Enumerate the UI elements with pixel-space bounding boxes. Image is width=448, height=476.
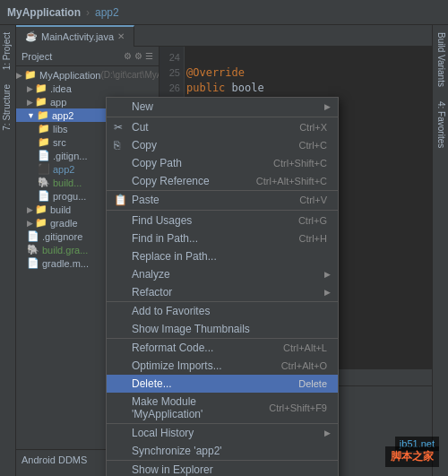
code-line-24 [186, 50, 432, 65]
menu-paste-shortcut: Ctrl+V [299, 195, 327, 205]
menu-reformat-label: Reformat Code... [132, 342, 265, 354]
paste-icon: 📋 [114, 194, 127, 206]
menu-copy-path[interactable]: Copy Path Ctrl+Shift+C [107, 154, 338, 172]
settings-icon[interactable]: ☰ [145, 51, 153, 61]
menu-copy-shortcut: Ctrl+C [299, 140, 327, 151]
java-icon: ☕ [25, 30, 38, 42]
menu-show-explorer[interactable]: Show in Explorer [107, 461, 338, 476]
panel-title: Project [22, 51, 52, 62]
menu-make-module[interactable]: Make Module 'MyApplication' Ctrl+Shift+F… [107, 393, 338, 424]
menu-paste[interactable]: 📋 Paste Ctrl+V [107, 191, 338, 209]
menu-replace-in-path[interactable]: Replace in Path... [107, 247, 338, 265]
menu-delete[interactable]: Delete... Delete [107, 375, 338, 393]
menu-optimize-shortcut: Ctrl+Alt+O [281, 360, 327, 371]
menu-delete-shortcut: Delete [298, 378, 327, 389]
cut-icon: ✂ [114, 121, 123, 134]
menu-copy-ref-label: Copy Reference [132, 175, 238, 187]
menu-show-thumbnails-label: Show Image Thumbnails [132, 323, 327, 335]
menu-optimize-label: Optimize Imports... [132, 359, 263, 372]
tree-root[interactable]: ▶ 📁 MyApplication (D:\git\cart\MyApplica… [16, 68, 159, 82]
panel-actions: ⚙ ⚙ ☰ [124, 51, 153, 61]
sidebar-item-build-variants[interactable]: Build Variants [433, 25, 448, 94]
context-menu: New ✂ Cut Ctrl+X ⎘ Copy Ctrl+C Copy Path… [106, 97, 339, 476]
menu-local-history[interactable]: Local History [107, 424, 338, 442]
menu-sync[interactable]: Synchronize 'app2' [107, 442, 338, 461]
menu-cut-shortcut: Ctrl+X [299, 122, 327, 133]
line-26: 26 [159, 81, 184, 96]
menu-add-favorites[interactable]: Add to Favorites [107, 302, 338, 320]
app-title: MyApplication [7, 6, 81, 19]
menu-show-explorer-label: Show in Explorer [132, 463, 327, 476]
sidebar-item-favorites[interactable]: 4: Favorites [433, 94, 448, 155]
menu-reformat[interactable]: Reformat Code... Ctrl+Alt+L [107, 339, 338, 357]
tab-label: MainActivity.java [41, 31, 114, 42]
breadcrumb: app2 [95, 6, 119, 19]
menu-refactor[interactable]: Refactor [107, 283, 338, 302]
menu-copy-ref-shortcut: Ctrl+Alt+Shift+C [256, 176, 327, 186]
menu-add-favorites-label: Add to Favorites [132, 305, 327, 317]
code-line-26: public boole [186, 81, 432, 96]
menu-find-usages-shortcut: Ctrl+G [298, 215, 327, 226]
content-area: ☕ MainActivity.java ✕ Project ⚙ ⚙ ☰ [16, 25, 432, 476]
menu-make-module-shortcut: Ctrl+Shift+F9 [269, 402, 327, 413]
title-bar: MyApplication › app2 [0, 0, 448, 25]
menu-analyze[interactable]: Analyze [107, 265, 338, 283]
panel-header: Project ⚙ ⚙ ☰ [16, 47, 159, 66]
sidebar-item-project[interactable]: 1: Project [0, 25, 15, 77]
menu-find-in-path[interactable]: Find in Path... Ctrl+H [107, 229, 338, 247]
editor-tabs: ☕ MainActivity.java ✕ [16, 25, 432, 47]
tab-close-icon[interactable]: ✕ [117, 31, 125, 41]
menu-copy-path-shortcut: Ctrl+Shift+C [273, 158, 327, 169]
menu-replace-in-path-label: Replace in Path... [132, 250, 327, 263]
main-layout: 1: Project 7: Structure ☕ MainActivity.j… [0, 25, 448, 476]
line-24: 24 [159, 50, 184, 65]
sidebar-item-structure[interactable]: 7: Structure [0, 77, 15, 138]
code-line-25: @Override [186, 65, 432, 81]
line-25: 25 [159, 65, 184, 81]
left-side-tabs: 1: Project 7: Structure [0, 25, 16, 476]
tree-idea[interactable]: ▶ 📁 .idea [16, 82, 159, 95]
menu-show-thumbnails[interactable]: Show Image Thumbnails [107, 320, 338, 339]
menu-new-label: New [132, 100, 327, 113]
menu-find-in-path-label: Find in Path... [132, 232, 281, 245]
menu-paste-label: Paste [132, 194, 281, 206]
menu-find-usages[interactable]: Find Usages Ctrl+G [107, 212, 338, 229]
menu-analyze-label: Analyze [132, 268, 327, 281]
sync-icon[interactable]: ⚙ [124, 51, 132, 61]
menu-copy-ref[interactable]: Copy Reference Ctrl+Alt+Shift+C [107, 172, 338, 191]
menu-reformat-shortcut: Ctrl+Alt+L [283, 342, 327, 353]
tab-mainactivity[interactable]: ☕ MainActivity.java ✕ [16, 25, 134, 47]
watermark-label: 脚本之家 [385, 446, 439, 467]
right-side-tabs: Build Variants 4: Favorites [432, 25, 448, 476]
menu-optimize[interactable]: Optimize Imports... Ctrl+Alt+O [107, 357, 338, 375]
menu-local-history-label: Local History [132, 427, 327, 439]
menu-make-module-label: Make Module 'MyApplication' [132, 395, 251, 420]
copy-icon: ⎘ [114, 139, 120, 151]
menu-copy[interactable]: ⎘ Copy Ctrl+C [107, 136, 338, 154]
menu-refactor-label: Refactor [132, 286, 327, 299]
menu-new[interactable]: New [107, 98, 338, 116]
root-label: MyApplication [39, 70, 100, 81]
menu-cut-label: Cut [132, 121, 281, 134]
menu-sync-label: Synchronize 'app2' [132, 445, 327, 457]
android-ddms-label: Android DDMS [22, 454, 87, 465]
menu-copy-path-label: Copy Path [132, 157, 255, 169]
menu-find-in-path-shortcut: Ctrl+H [299, 233, 327, 244]
menu-cut[interactable]: ✂ Cut Ctrl+X [107, 118, 338, 136]
menu-delete-label: Delete... [132, 377, 280, 390]
menu-find-usages-label: Find Usages [132, 214, 280, 227]
menu-copy-label: Copy [132, 139, 281, 151]
gear-icon[interactable]: ⚙ [134, 51, 142, 61]
